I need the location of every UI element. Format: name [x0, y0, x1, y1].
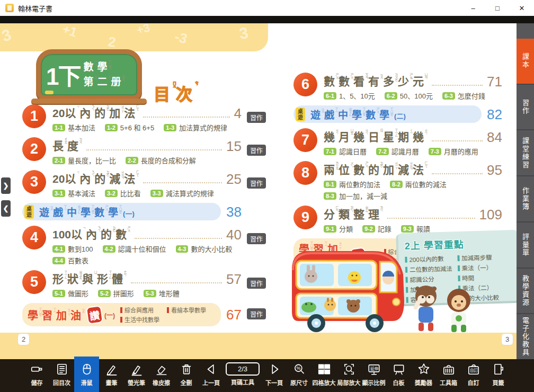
toolbar-next-page-button[interactable]: 下一頁 [262, 359, 287, 392]
toolbar-eraser-button[interactable]: 橡皮擦 [149, 359, 174, 392]
section-chip[interactable]: 3-1基本減法 [52, 188, 95, 198]
section-chip[interactable]: 2-1量長度，比一比 [52, 155, 116, 165]
boost-page-number[interactable]: 67 [226, 308, 242, 322]
chapter-title[interactable]: 長ㄔㄤˊ度ㄉㄨˋ [52, 137, 82, 153]
chapter-page-number[interactable]: 15 [226, 139, 242, 153]
section-chip[interactable]: 3-2比比看 [105, 188, 141, 198]
chapter-title-line[interactable]: 100 以ㄧˇ內ㄋㄟˋ的ㄉㄜ˙數ㄕㄨˋ40 [52, 226, 242, 242]
toolbar-whiteboard-button[interactable]: 白板 [386, 359, 411, 392]
game-pill[interactable]: 桌 遊遊ㄧㄡˊ戲ㄒㄧˋ中ㄓㄨㄥ學ㄒㄩㄝˊ數ㄕㄨˋ學ㄒㄩㄝˊ(二) [293, 105, 482, 123]
section-chip[interactable]: 7-2認識月曆 [376, 146, 419, 156]
toolbar-reward-button[interactable]: 7獎勵器 [411, 359, 436, 392]
section-chip[interactable]: 4-4百數表 [52, 255, 88, 265]
toolbar-custom-button[interactable]: 自訂自訂 [461, 359, 486, 392]
section-chip[interactable]: 8-1兩位數的加法 [324, 179, 380, 189]
toolbar-prev-page-button[interactable]: 上一頁 [199, 359, 224, 392]
chapter-page-number[interactable]: 4 [234, 106, 242, 120]
chapter-page-number[interactable]: 84 [487, 130, 502, 144]
toolbar-pen-button[interactable]: 畫筆 [99, 359, 124, 392]
workbook-badge[interactable]: 習作 [247, 177, 266, 189]
sidebar-tab-class-practice[interactable]: 課堂練習 [517, 129, 534, 175]
chapter-title[interactable]: 20 以ㄧˇ內ㄋㄟˋ的ㄉㄜ˙減ㄐㄧㄢˇ法ㄈㄚˇ [52, 170, 139, 186]
left-page-number-badge: 2 [17, 333, 30, 345]
workbook-badge[interactable]: 習作 [247, 145, 266, 156]
toolbar-toolbox-button[interactable]: 工具箱 [436, 359, 461, 392]
chapter-title-line[interactable]: 幾ㄐㄧˇ月ㄩㄝˋ幾ㄐㄧˇ日ㄖˋ星ㄒㄧㄥ期ㄑㄧˊ幾ㄐㄧˇ84 [324, 128, 502, 144]
chapter-title[interactable]: 100 以ㄧˇ內ㄋㄟˋ的ㄉㄜ˙數ㄕㄨˋ [52, 226, 130, 242]
workbook-badge[interactable]: 習作 [247, 112, 266, 123]
game-page-number[interactable]: 82 [487, 108, 502, 121]
section-chip[interactable]: 7-3月曆的應用 [429, 146, 478, 156]
toolbar-display-ratio-button[interactable]: 延伸顯示比例 [361, 359, 386, 392]
page-indicator[interactable]: 2/3 [226, 362, 260, 376]
chapter-page-number[interactable]: 57 [226, 272, 242, 286]
chapter-title[interactable]: 形ㄒㄧㄥˊ狀ㄓㄨㄤˋ與ㄩˇ形ㄒㄧㄥˊ體ㄊㄧˇ [52, 270, 127, 286]
section-chip[interactable]: 9-2記錄 [362, 224, 391, 234]
section-chip[interactable]: 4-2認識十位和個位 [103, 244, 166, 254]
chapter-title-line[interactable]: 20 以ㄧˇ內ㄋㄟˋ的ㄉㄜ˙加ㄐㄧㄚ法ㄈㄚˇ4 [52, 104, 242, 120]
chapter-title-line[interactable]: 分ㄈㄣ類ㄌㄟˋ整ㄓㄥˇ理ㄌㄧˇ109 [324, 206, 502, 221]
chapter-title[interactable]: 數ㄕㄨˇ數ㄕㄨˋ看ㄎㄢˋ有ㄧㄡˇ多ㄉㄨㄛ少ㄕㄠˇ元ㄩㄢˊ [324, 73, 428, 88]
toolbar-clear-all-button[interactable]: 全刪 [174, 359, 199, 392]
sidebar-tab-assessment[interactable]: 評量單 [517, 221, 534, 268]
workbook-badge[interactable]: 習作 [247, 278, 266, 289]
section-chip[interactable]: 5-2拼圖形 [98, 288, 134, 298]
nav-back-button[interactable]: ❮ [1, 200, 11, 217]
chapter-page-number[interactable]: 40 [226, 228, 242, 242]
section-chip[interactable]: 9-1分類 [324, 224, 353, 234]
chapter-title-line[interactable]: 兩ㄌㄧㄤˇ位ㄨㄟˋ數ㄕㄨˋ的ㄉㄜ˙加ㄐㄧㄚ減ㄐㄧㄢˇ法ㄈㄚˇ95 [324, 161, 502, 177]
chapter-title[interactable]: 20 以ㄧˇ內ㄋㄟˋ的ㄉㄜ˙加ㄐㄧㄚ法ㄈㄚˇ [52, 104, 139, 120]
toolbar-original-size-button[interactable]: %原尺寸 [287, 359, 312, 392]
section-chip[interactable]: 4-3數的大小比較 [176, 244, 233, 254]
title-char: 數ㄕㄨˇ [324, 73, 339, 88]
toolbar-back-to-toc-button[interactable]: 回目次 [49, 359, 74, 392]
toolbar-partial-zoom-button[interactable]: 局部放大 [336, 359, 361, 392]
toolbar-highlighter-button[interactable]: 螢光筆 [124, 359, 149, 392]
section-chip[interactable]: 5-3堆形體 [144, 288, 180, 298]
sidebar-tab-homework-book[interactable]: 作業簿 [517, 175, 534, 221]
nav-forward-button[interactable]: ❯ [1, 177, 11, 194]
prev-page-icon [204, 362, 218, 376]
chapter-title[interactable]: 幾ㄐㄧˇ月ㄩㄝˋ幾ㄐㄧˇ日ㄖˋ星ㄒㄧㄥ期ㄑㄧˊ幾ㄐㄧˇ [324, 128, 428, 144]
section-chip[interactable]: 4-1數到100 [52, 244, 93, 254]
section-chip[interactable]: 6-250、100元 [385, 91, 433, 101]
game-pill[interactable]: 桌 遊遊ㄧㄡˊ戲ㄒㄧˋ中ㄓㄨㄥ學ㄒㄩㄝˊ數ㄕㄨˋ學ㄒㄩㄝˊ(一) [22, 203, 221, 220]
chapter-page-number[interactable]: 71 [487, 75, 502, 88]
sidebar-tab-e-teaching-tools[interactable]: 電子化教具 [517, 313, 534, 359]
chapter-page-number[interactable]: 95 [487, 163, 502, 177]
workbook-badge[interactable]: 習作 [247, 233, 266, 244]
toolbar-save-button[interactable]: 儲存 [24, 359, 49, 392]
section-chip[interactable]: 8-3加一加，減一減 [324, 191, 387, 201]
section-chip[interactable]: 1-1基本加法 [52, 122, 95, 132]
section-chip[interactable]: 3-3減法算式的規律 [150, 188, 214, 198]
chapter-title-line[interactable]: 長ㄔㄤˊ度ㄉㄨˋ15 [52, 137, 242, 153]
sidebar-tab-textbook[interactable]: 課本 [517, 39, 534, 84]
minimize-button[interactable]: – [461, 0, 485, 16]
close-button[interactable]: ✕ [510, 0, 534, 16]
toolbar-page-tool-button[interactable]: 2/3頁碼工具 [224, 359, 262, 392]
chapter-title-line[interactable]: 數ㄕㄨˇ數ㄕㄨˋ看ㄎㄢˋ有ㄧㄡˇ多ㄉㄨㄛ少ㄕㄠˇ元ㄩㄢˊ71 [324, 73, 502, 88]
chapter-title[interactable]: 兩ㄌㄧㄤˇ位ㄨㄟˋ數ㄕㄨˋ的ㄉㄜ˙加ㄐㄧㄚ減ㄐㄧㄢˇ法ㄈㄚˇ [324, 161, 428, 177]
section-chip[interactable]: 6-3怎麼付錢 [442, 91, 485, 101]
chapter-title-line[interactable]: 20 以ㄧˇ內ㄋㄟˋ的ㄉㄜ˙減ㄐㄧㄢˇ法ㄈㄚˇ25 [52, 170, 242, 186]
chapter-title-line[interactable]: 形ㄒㄧㄥˊ狀ㄓㄨㄤˋ與ㄩˇ形ㄒㄧㄥˊ體ㄊㄧˇ57 [52, 270, 242, 286]
section-chip[interactable]: 7-1認識日曆 [324, 146, 367, 156]
section-chip[interactable]: 6-11、5、10元 [324, 91, 375, 101]
toolbar-page-tab-button[interactable]: 頁籤 [486, 359, 511, 392]
section-chip[interactable]: 8-2兩位數的減法 [390, 179, 447, 189]
game-page-number[interactable]: 38 [226, 205, 242, 219]
chapter-page-number[interactable]: 109 [479, 208, 502, 221]
chapter-title[interactable]: 分ㄈㄣ類ㄌㄟˋ整ㄓㄥˇ理ㄌㄧˇ [324, 206, 383, 221]
maximize-button[interactable]: □ [485, 0, 510, 16]
section-chip[interactable]: 1-25+6 和 6+5 [105, 122, 154, 132]
boost-pill[interactable]: 學ㄒㄩㄝˊ習ㄒㄧˊ加ㄐㄧㄚ油ㄧㄡˊ讚(一)綜合與應用生活中找數學看繪本學數學 [22, 303, 221, 326]
toolbar-mouse-button[interactable]: 滑鼠 [74, 357, 99, 392]
chapter-page-number[interactable]: 25 [226, 172, 242, 186]
sidebar-tab-teaching-resources[interactable]: 教學資源 [517, 268, 534, 314]
section-chip[interactable]: 5-1做圖形 [52, 288, 88, 298]
section-chip[interactable]: 1-3加法算式的規律 [164, 122, 227, 132]
workbook-badge[interactable]: 習作 [247, 308, 266, 319]
toolbar-four-grid-zoom-button[interactable]: 四格放大 [312, 359, 336, 392]
sidebar-tab-workbook[interactable]: 習作 [517, 84, 534, 130]
section-chip[interactable]: 2-2長度的合成和分解 [126, 155, 196, 165]
